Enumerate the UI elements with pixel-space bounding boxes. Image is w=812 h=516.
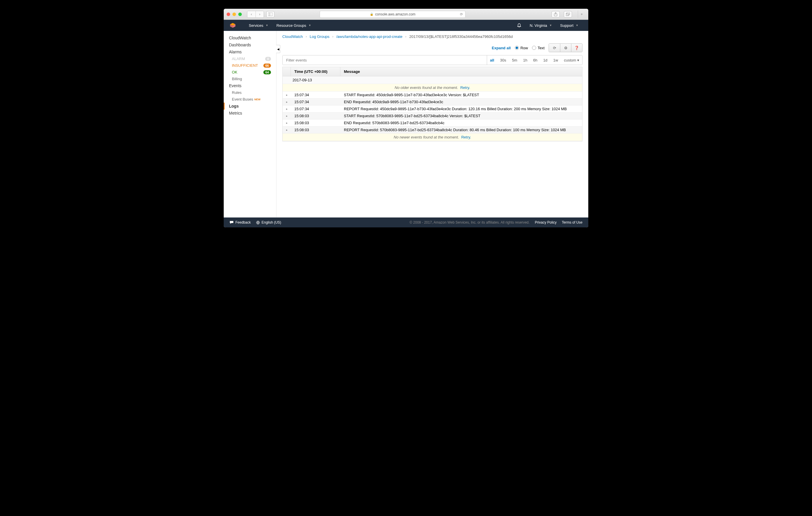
lock-icon: 🔒 [370,12,373,16]
sidebar-item-metrics[interactable]: Metrics [224,110,276,117]
zoom-window-button[interactable] [238,12,242,16]
region-menu[interactable]: N. Virginia ▼ [526,23,556,28]
aws-top-nav: Services ▼ Resource Groups ▼ N. Virginia… [224,20,588,31]
sidebar-item-alarm[interactable]: ALARM 0 [224,55,276,62]
address-bar[interactable]: 🔒 console.aws.amazon.com ⟳ [320,11,465,18]
log-toolbar: Expand all Row Text ⟳ ⚙ ❓ [282,43,582,52]
breadcrumb-cloudwatch[interactable]: CloudWatch [282,34,303,39]
tabs-button[interactable] [564,11,572,18]
log-time: 15:08:03 [291,120,340,126]
new-tab-button[interactable]: + [578,10,585,18]
services-menu[interactable]: Services ▼ [245,23,272,28]
copyright-text: © 2008 - 2017, Amazon Web Services, Inc.… [409,220,529,224]
terms-of-use-link[interactable]: Terms of Use [562,220,582,224]
close-window-button[interactable] [227,12,230,16]
chevron-down-icon: ▼ [576,24,578,27]
sidebar-item-cloudwatch[interactable]: CloudWatch [224,34,276,41]
help-button[interactable]: ❓ [571,44,582,52]
time-range-5m[interactable]: 5m [509,58,520,62]
log-time: 15:08:03 [291,113,340,119]
notifications-button[interactable] [513,23,526,28]
speech-bubble-icon [230,221,234,224]
sidebar-insufficient-label: INSUFFICIENT [232,63,258,68]
log-time: 15:07:34 [291,98,340,105]
sidebar-item-insufficient[interactable]: INSUFFICIENT 66 [224,62,276,69]
time-range-1h[interactable]: 1h [520,58,530,62]
language-label: English (US) [262,220,281,224]
time-range-1d[interactable]: 1d [540,58,550,62]
expand-all-button[interactable]: Expand all [492,46,511,50]
sidebar-item-event-buses[interactable]: Event Buses NEW [224,96,276,102]
chevron-right-icon: › [405,35,406,38]
view-text-radio[interactable]: Text [532,46,545,50]
no-newer-text: No newer events found at the moment. [394,135,459,139]
log-row[interactable]: ▸15:07:34START RequestId: 450dc9a9-9895-… [283,92,582,98]
language-button[interactable]: English (US) [256,220,281,224]
feedback-button[interactable]: Feedback [230,220,251,224]
sidebar-item-billing[interactable]: Billing [224,75,276,82]
sidebar-item-events[interactable]: Events [224,82,276,89]
time-range-6h[interactable]: 6h [530,58,540,62]
sidebar-item-dashboards[interactable]: Dashboards [224,41,276,49]
breadcrumb-log-groups[interactable]: Log Groups [310,34,329,39]
time-range-30s[interactable]: 30s [497,58,509,62]
browser-window: ‹ › 🔒 console.aws.amazon.com ⟳ + Service… [224,9,588,227]
ok-count-badge: 64 [263,70,271,74]
privacy-policy-link[interactable]: Privacy Policy [535,220,557,224]
forward-button[interactable]: › [256,11,264,18]
filter-events-input[interactable] [283,55,487,65]
expand-row-caret[interactable]: ▸ [283,99,291,105]
resource-groups-menu[interactable]: Resource Groups ▼ [272,23,315,28]
log-row[interactable]: ▸15:08:03START RequestId: 570b8083-9895-… [283,113,582,120]
log-message: START RequestId: 450dc9a9-9895-11e7-b730… [340,92,582,98]
region-label: N. Virginia [530,23,547,28]
support-menu[interactable]: Support ▼ [556,23,582,28]
support-label: Support [560,23,574,28]
retry-older-link[interactable]: Retry. [460,85,470,90]
no-older-text: No older events found at the moment. [395,85,458,90]
log-message: REPORT RequestId: 450dc9a9-9895-11e7-b73… [340,105,582,112]
chevron-down-icon: ▼ [550,24,552,27]
share-button[interactable] [552,11,560,18]
url-text: console.aws.amazon.com [375,12,415,16]
time-column-header[interactable]: Time (UTC +00:00) [291,67,340,76]
services-label: Services [249,23,263,28]
log-row[interactable]: ▸15:07:34END RequestId: 450dc9a9-9895-11… [283,98,582,105]
minimize-window-button[interactable] [232,12,236,16]
log-row[interactable]: ▸15:08:03REPORT RequestId: 570b8083-9895… [283,126,582,133]
sidebar-collapse-button[interactable]: ◀ [276,45,280,53]
expand-row-caret[interactable]: ▸ [283,113,291,119]
expand-row-caret[interactable]: ▸ [283,92,291,98]
log-row[interactable]: ▸15:07:34REPORT RequestId: 450dc9a9-9895… [283,105,582,113]
no-older-events-row: No older events found at the moment. Ret… [283,84,582,92]
log-row[interactable]: ▸15:08:03END RequestId: 570b8083-9895-11… [283,120,582,126]
time-range-all[interactable]: all [487,58,497,62]
reload-icon[interactable]: ⟳ [460,12,463,16]
sidebar-item-alarms[interactable]: Alarms [224,49,276,55]
log-message: END RequestId: 570b8083-9895-11e7-bd25-6… [340,120,582,126]
refresh-button[interactable]: ⟳ [549,44,560,52]
sidebar-item-ok[interactable]: OK 64 [224,69,276,75]
new-tag: NEW [254,98,260,101]
breadcrumb-log-group[interactable]: /aws/lambda/notes-app-api-prod-create [336,34,403,39]
time-range-1w[interactable]: 1w [550,58,561,62]
settings-button[interactable]: ⚙ [560,44,571,52]
view-row-radio[interactable]: Row [515,46,528,50]
sidebar-toggle-button[interactable] [266,11,274,18]
time-range-selector: all30s5m1h6h1d1wcustom ▾ [487,55,582,65]
expand-row-caret[interactable]: ▸ [283,106,291,112]
expand-row-caret[interactable]: ▸ [283,120,291,126]
aws-logo-icon[interactable] [230,22,236,29]
table-header: Time (UTC +00:00) Message [283,67,582,77]
retry-newer-link[interactable]: Retry. [461,135,471,139]
message-column-header[interactable]: Message [340,67,364,76]
sidebar: CloudWatch Dashboards Alarms ALARM 0 INS… [224,31,276,217]
expand-row-caret[interactable]: ▸ [283,127,291,133]
browser-toolbar: ‹ › 🔒 console.aws.amazon.com ⟳ + [224,9,588,20]
feedback-label: Feedback [235,220,251,224]
back-button[interactable]: ‹ [247,11,256,18]
time-range-custom[interactable]: custom ▾ [561,58,582,62]
refresh-icon: ⟳ [553,46,556,50]
sidebar-item-rules[interactable]: Rules [224,89,276,96]
sidebar-item-logs[interactable]: Logs [224,102,276,110]
